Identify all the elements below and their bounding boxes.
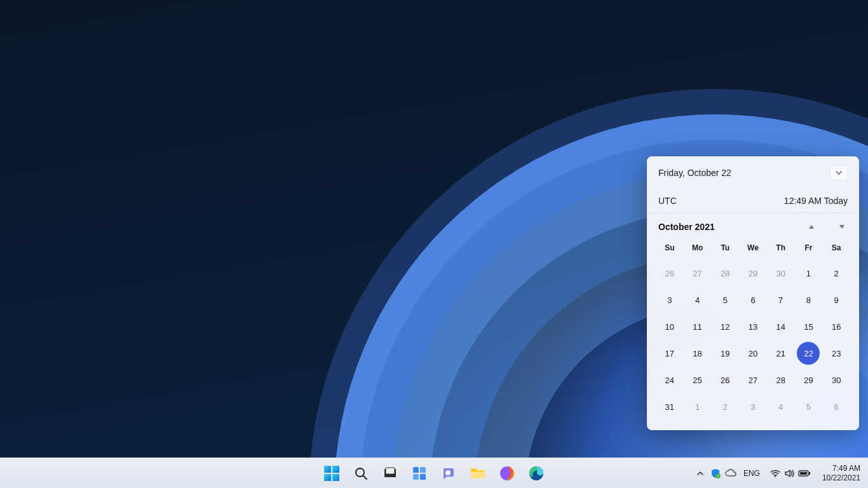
calendar-day[interactable]: 13	[739, 313, 767, 340]
calendar-day[interactable]: 1	[684, 393, 712, 420]
svg-rect-4	[413, 467, 419, 473]
language-indicator[interactable]: ENG	[740, 469, 764, 478]
calendar-day[interactable]: 20	[739, 340, 767, 367]
calendar-day[interactable]: 17	[656, 340, 684, 367]
shield-icon	[710, 468, 721, 478]
calendar-day[interactable]: 2	[711, 393, 739, 420]
calendar-prev-month-button[interactable]	[806, 222, 817, 232]
calendar-day-today[interactable]: 22	[795, 340, 823, 367]
calendar-day[interactable]: 16	[822, 313, 850, 340]
calendar-month-title[interactable]: October 2021	[658, 222, 715, 232]
svg-rect-3	[386, 468, 395, 474]
speaker-icon	[784, 468, 794, 478]
calendar-day[interactable]: 15	[795, 313, 823, 340]
calendar-day[interactable]: 11	[684, 313, 712, 340]
calendar-day[interactable]: 1	[795, 260, 823, 287]
search-button[interactable]	[348, 461, 374, 486]
calendar-day[interactable]: 29	[795, 367, 823, 393]
task-view-icon	[383, 466, 397, 480]
svg-point-8	[445, 470, 451, 475]
edge-icon	[529, 466, 544, 481]
calendar-day[interactable]: 28	[767, 367, 795, 393]
calendar-day[interactable]: 7	[767, 287, 795, 313]
battery-icon	[798, 469, 811, 478]
chat-icon	[441, 466, 456, 481]
taskbar-time: 7:49 AM	[822, 464, 860, 473]
calendar-day[interactable]: 26	[656, 260, 684, 287]
edge-button[interactable]	[524, 461, 549, 486]
timezone-time: 12:49 AM Today	[784, 196, 848, 206]
calendar-day[interactable]: 28	[711, 260, 739, 287]
calendar-day[interactable]: 12	[711, 313, 739, 340]
svg-rect-7	[420, 474, 426, 480]
calendar-day[interactable]: 24	[656, 367, 684, 393]
calendar-day[interactable]: 21	[767, 340, 795, 367]
calendar-day[interactable]: 25	[684, 367, 712, 393]
svg-rect-15	[809, 472, 810, 475]
calendar-day[interactable]: 27	[684, 260, 712, 287]
network-sound-battery-button[interactable]	[766, 461, 815, 486]
calendar-day[interactable]: 3	[739, 393, 767, 420]
tray-overflow-button[interactable]	[694, 461, 707, 486]
calendar-day[interactable]: 18	[684, 340, 712, 367]
calendar-weekday: We	[739, 238, 767, 260]
calendar-day[interactable]: 5	[711, 287, 739, 313]
timezone-label: UTC	[658, 196, 677, 206]
calendar-weekday: Su	[656, 238, 684, 260]
calendar-day[interactable]: 26	[711, 367, 739, 393]
calendar-day[interactable]: 9	[822, 287, 850, 313]
taskbar-date: 10/22/2021	[822, 473, 860, 483]
calendar-day[interactable]: 6	[822, 393, 850, 420]
svg-point-12	[775, 476, 776, 477]
calendar-day[interactable]: 8	[795, 287, 823, 313]
calendar-day[interactable]: 10	[656, 313, 684, 340]
taskbar-center	[319, 461, 549, 486]
taskbar: ENG 7:49 AM 10/22/2021	[0, 458, 868, 488]
calendar-day[interactable]: 3	[656, 287, 684, 313]
windows-logo-icon	[324, 466, 339, 481]
svg-line-1	[363, 475, 367, 479]
calendar-day[interactable]: 23	[822, 340, 850, 367]
calendar-day[interactable]: 30	[767, 260, 795, 287]
triangle-up-icon	[808, 224, 815, 229]
calendar-day[interactable]: 14	[767, 313, 795, 340]
file-explorer-button[interactable]	[465, 461, 491, 486]
svg-rect-14	[800, 472, 807, 475]
firefox-icon	[499, 466, 515, 481]
clock-button[interactable]: 7:49 AM 10/22/2021	[817, 464, 865, 483]
svg-rect-6	[413, 474, 419, 480]
start-button[interactable]	[319, 461, 344, 486]
calendar-day[interactable]: 31	[656, 393, 684, 420]
calendar-weekday: Sa	[822, 238, 850, 260]
calendar-day[interactable]: 5	[795, 393, 823, 420]
calendar-day[interactable]: 29	[739, 260, 767, 287]
calendar-day[interactable]: 2	[822, 260, 850, 287]
calendar-header-date[interactable]: Friday, October 22	[658, 168, 731, 178]
folder-icon	[470, 466, 486, 481]
calendar-day[interactable]: 27	[739, 367, 767, 393]
calendar-weekday: Th	[767, 238, 795, 260]
calendar-weekday: Fr	[795, 238, 823, 260]
chevron-down-icon	[836, 170, 842, 176]
cloud-icon	[725, 468, 736, 478]
widgets-button[interactable]	[407, 461, 432, 486]
firefox-button[interactable]	[494, 461, 520, 486]
calendar-day[interactable]: 6	[739, 287, 767, 313]
calendar-flyout: Friday, October 22 UTC 12:49 AM Today Oc…	[647, 156, 859, 430]
calendar-grid: SuMoTuWeThFrSa26272829301234567891011121…	[656, 238, 850, 420]
calendar-day[interactable]: 4	[684, 287, 712, 313]
widgets-icon	[412, 466, 427, 481]
calendar-weekday: Tu	[711, 238, 739, 260]
onedrive-tray[interactable]	[724, 461, 737, 486]
chat-button[interactable]	[436, 461, 461, 486]
calendar-day[interactable]: 30	[822, 367, 850, 393]
task-view-button[interactable]	[377, 461, 403, 486]
system-tray: ENG 7:49 AM 10/22/2021	[694, 458, 865, 488]
calendar-collapse-button[interactable]	[830, 165, 848, 180]
wifi-icon	[770, 468, 780, 478]
calendar-day[interactable]: 4	[767, 393, 795, 420]
windows-security-tray[interactable]	[709, 461, 722, 486]
chevron-up-icon	[696, 470, 704, 477]
calendar-day[interactable]: 19	[711, 340, 739, 367]
calendar-next-month-button[interactable]	[836, 222, 848, 232]
